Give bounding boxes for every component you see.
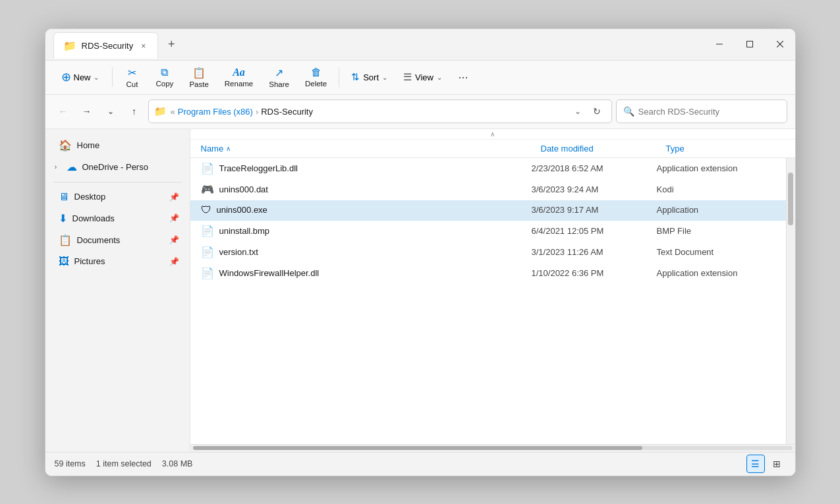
cut-icon: ✂ [128, 67, 136, 79]
active-tab[interactable]: 📁 RDS-Security × [53, 32, 159, 59]
table-row[interactable]: 📄 WindowsFirewallHelper.dll 1/10/2022 6:… [190, 263, 786, 284]
sidebar-item-desktop[interactable]: 🖥 Desktop 📌 [48, 187, 187, 207]
dropdown-button[interactable]: ⌄ [101, 101, 121, 121]
share-icon: ↗ [275, 67, 283, 79]
delete-icon: 🗑 [311, 67, 322, 78]
share-button[interactable]: ↗ Share [262, 63, 296, 91]
forward-button[interactable]: → [77, 101, 97, 121]
svg-rect-0 [716, 44, 723, 45]
sort-arrows-icon: ⇅ [351, 71, 360, 83]
breadcrumb-item-1[interactable]: Program Files (x86) [178, 107, 253, 117]
column-type-header[interactable]: Type [666, 144, 785, 154]
sidebar-item-pictures[interactable]: 🖼 Pictures 📌 [48, 252, 187, 271]
plus-icon: ⊕ [61, 70, 71, 84]
pin-icon-documents: 📌 [169, 235, 179, 244]
refresh-button[interactable]: ↻ [588, 102, 606, 121]
onedrive-icon: ☁ [67, 161, 77, 173]
file-icon: 🎮 [201, 183, 214, 196]
table-row[interactable]: 🎮 unins000.dat 3/6/2023 9:24 AM Kodi [190, 179, 786, 200]
file-date-cell: 2/23/2018 6:52 AM [532, 163, 657, 173]
column-date-header[interactable]: Date modified [541, 144, 666, 154]
share-label: Share [269, 80, 289, 88]
file-name-cell: 📄 TraceReloggerLib.dll [201, 162, 532, 175]
breadcrumb: « Program Files (x86) › RDS-Security [171, 107, 568, 117]
scrollbar-thumb[interactable] [788, 173, 793, 225]
file-type-cell: Text Document [657, 247, 775, 257]
more-options-button[interactable]: ··· [451, 65, 475, 89]
documents-icon: 📋 [59, 234, 72, 246]
file-icon: 📄 [201, 267, 214, 279]
selected-count: 1 item selected [96, 459, 152, 468]
delete-button[interactable]: 🗑 Delete [298, 63, 333, 91]
sidebar-item-home[interactable]: 🏠 Home [48, 135, 187, 155]
copy-label: Copy [156, 80, 174, 88]
sidebar-item-downloads[interactable]: ⬇ Downloads 📌 [48, 208, 187, 229]
sort-label: Sort [363, 72, 379, 82]
back-button[interactable]: ← [53, 101, 73, 121]
cut-button[interactable]: ✂ Cut [118, 63, 147, 91]
vertical-scrollbar[interactable] [786, 158, 795, 444]
view-label: View [415, 72, 434, 82]
sidebar-item-documents[interactable]: 📋 Documents 📌 [48, 230, 187, 250]
rename-label: Rename [225, 80, 253, 88]
pictures-icon: 🖼 [59, 256, 69, 267]
view-lines-icon: ☰ [403, 71, 412, 83]
file-icon: 🛡 [201, 204, 211, 216]
grid-view-button[interactable]: ⊞ [768, 455, 786, 473]
file-type-cell: Kodi [657, 184, 775, 194]
table-row[interactable]: 📄 TraceReloggerLib.dll 2/23/2018 6:52 AM… [190, 158, 786, 179]
address-dropdown-icon[interactable]: ⌄ [572, 105, 584, 117]
tab-close-button[interactable]: × [138, 40, 148, 52]
file-icon: 📄 [201, 225, 214, 237]
view-toggle-buttons: ☰ ⊞ [746, 455, 786, 473]
table-row[interactable]: 📄 version.txt 3/1/2023 11:26 AM Text Doc… [190, 242, 786, 263]
file-list: 📄 TraceReloggerLib.dll 2/23/2018 6:52 AM… [190, 158, 786, 444]
search-box[interactable]: 🔍 [616, 99, 787, 123]
list-view-button[interactable]: ☰ [746, 455, 765, 473]
file-area: ∧ Name ∧ Date modified Type 📄 TraceRelog… [190, 129, 795, 452]
title-bar: 📁 RDS-Security × + [45, 29, 795, 61]
tab-title: RDS-Security [82, 41, 134, 51]
view-button[interactable]: ☰ View ⌄ [397, 63, 449, 91]
svg-rect-1 [746, 42, 752, 47]
column-name-header[interactable]: Name ∧ [201, 144, 541, 154]
up-button[interactable]: ↑ [125, 101, 144, 121]
pin-icon-desktop: 📌 [169, 192, 179, 202]
collapse-indicator: ∧ [490, 130, 495, 138]
address-bar[interactable]: 📁 « Program Files (x86) › RDS-Security ⌄… [148, 99, 612, 123]
table-row[interactable]: 📄 uninstall.bmp 6/4/2021 12:05 PM BMP Fi… [190, 221, 786, 242]
delete-label: Delete [305, 80, 327, 88]
maximize-button[interactable] [735, 34, 765, 55]
copy-button[interactable]: ⧉ Copy [150, 63, 181, 91]
rename-button[interactable]: Aa Rename [218, 63, 260, 91]
file-size: 3.08 MB [162, 459, 193, 468]
paste-icon: 📋 [192, 67, 206, 79]
toolbar-separator-2 [339, 67, 339, 87]
view-chevron-icon: ⌄ [437, 74, 442, 81]
table-row[interactable]: 🛡 unins000.exe 3/6/2023 9:17 AM Applicat… [190, 200, 786, 221]
status-bar: 59 items 1 item selected 3.08 MB ☰ ⊞ [45, 452, 795, 476]
file-name-text: unins000.dat [219, 184, 268, 194]
sidebar-item-onedrive[interactable]: › ☁ OneDrive - Perso [48, 157, 187, 177]
file-name-cell: 🛡 unins000.exe [201, 204, 532, 216]
file-name-text: TraceReloggerLib.dll [219, 163, 298, 173]
scrollbar-thumb-h[interactable] [193, 446, 643, 450]
minimize-button[interactable] [704, 34, 735, 55]
file-icon: 📄 [201, 162, 214, 175]
horizontal-scrollbar[interactable] [190, 444, 795, 452]
close-button[interactable] [765, 34, 795, 55]
search-input[interactable] [638, 107, 780, 117]
new-tab-button[interactable]: + [161, 34, 182, 55]
home-icon: 🏠 [59, 139, 72, 152]
scrollbar-track [193, 446, 793, 450]
file-name-text: uninstall.bmp [219, 226, 270, 236]
toolbar-separator-1 [112, 67, 113, 87]
file-date-cell: 1/10/2022 6:36 PM [532, 268, 657, 278]
paste-button[interactable]: 📋 Paste [182, 63, 215, 91]
breadcrumb-separator-0: « [171, 107, 175, 117]
file-date-cell: 3/1/2023 11:26 AM [532, 247, 657, 257]
file-type-cell: Application [657, 205, 775, 215]
sort-button[interactable]: ⇅ Sort ⌄ [345, 63, 394, 91]
status-text: 59 items 1 item selected 3.08 MB [55, 459, 746, 468]
new-button[interactable]: ⊕ New ⌄ [53, 63, 107, 91]
